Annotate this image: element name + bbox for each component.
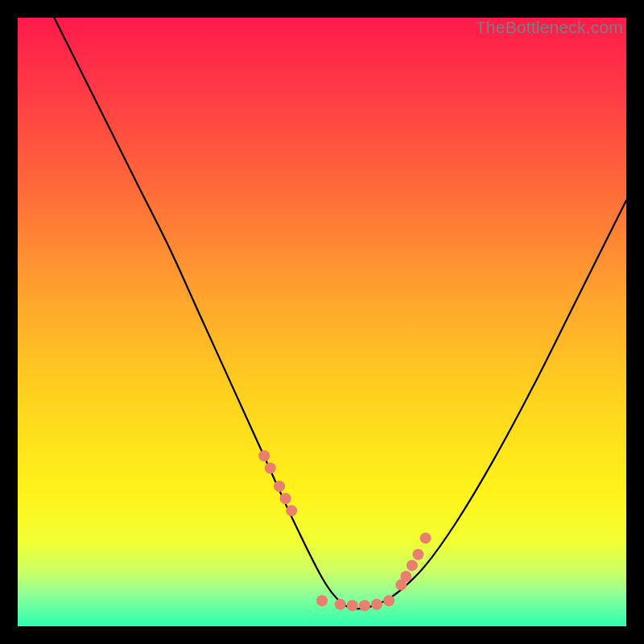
marker-dot bbox=[420, 532, 431, 543]
marker-dot bbox=[274, 481, 285, 492]
marker-dot bbox=[412, 549, 423, 560]
marker-dot bbox=[316, 595, 328, 606]
chart-frame: TheBottleneck.com bbox=[18, 18, 626, 626]
marker-dot bbox=[286, 505, 297, 516]
marker-dot bbox=[371, 599, 382, 610]
bottleneck-chart bbox=[18, 18, 626, 626]
marker-dot bbox=[258, 450, 270, 461]
marker-dot bbox=[359, 600, 370, 611]
watermark-text: TheBottleneck.com bbox=[476, 18, 623, 37]
marker-dot bbox=[280, 493, 291, 504]
marker-dot bbox=[335, 599, 346, 610]
marker-dot bbox=[265, 462, 276, 473]
gradient-background bbox=[18, 18, 626, 626]
marker-dot bbox=[400, 571, 411, 582]
marker-dot bbox=[407, 559, 418, 571]
marker-dot bbox=[347, 600, 358, 611]
marker-dot bbox=[383, 595, 394, 606]
